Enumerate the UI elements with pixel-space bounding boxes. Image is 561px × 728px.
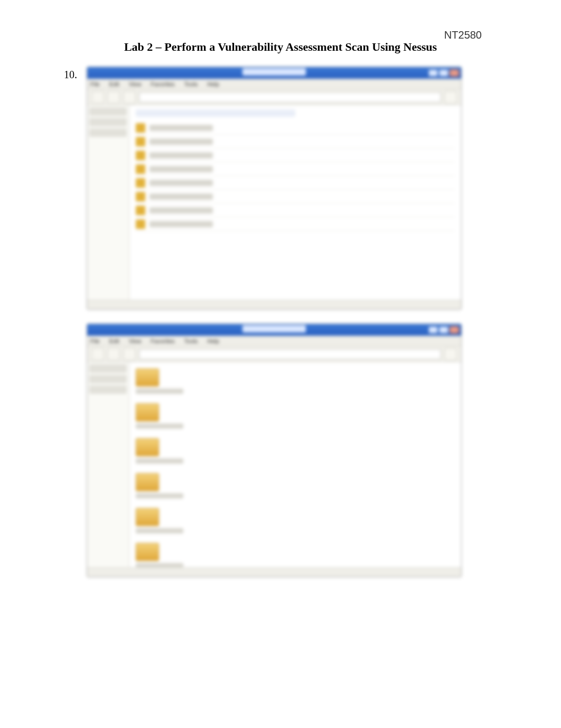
toolbar: [87, 89, 461, 105]
list-item[interactable]: [136, 135, 455, 149]
menu-item[interactable]: Favorites: [151, 81, 174, 87]
file-label: [149, 193, 213, 200]
minimize-button[interactable]: [428, 326, 438, 334]
list-item[interactable]: [136, 217, 455, 231]
screenshot-window-bottom: File Edit View Favorites Tools Help: [87, 324, 462, 577]
folder-item[interactable]: [136, 508, 455, 533]
toolbar: [87, 346, 461, 362]
tree-node[interactable]: [89, 118, 127, 126]
go-button[interactable]: [444, 348, 457, 361]
file-icon: [136, 192, 145, 201]
icon-grid: [136, 366, 455, 567]
menubar: File Edit View Favorites Tools Help: [87, 336, 461, 346]
close-button[interactable]: [450, 69, 459, 77]
step-number: 10.: [58, 67, 77, 81]
folder-label: [136, 423, 183, 429]
folder-label: [136, 389, 183, 394]
lab-title: Lab 2 – Perform a Vulnerability Assessme…: [32, 40, 529, 54]
titlebar-label: [242, 325, 306, 333]
folder-icon: [136, 543, 159, 561]
folder-item[interactable]: [136, 438, 455, 464]
menu-item[interactable]: Tools: [184, 338, 198, 344]
folder-tree[interactable]: [87, 362, 129, 567]
folder-icon: [136, 473, 159, 491]
document-page: NT2580 Lab 2 – Perform a Vulnerability A…: [0, 0, 561, 728]
course-code: NT2580: [444, 29, 482, 41]
titlebar: [87, 324, 461, 336]
folder-tree[interactable]: [87, 105, 129, 300]
up-button[interactable]: [123, 91, 136, 104]
close-button[interactable]: [450, 326, 459, 334]
tree-node[interactable]: [89, 364, 127, 373]
minimize-button[interactable]: [428, 69, 438, 77]
maximize-button[interactable]: [439, 69, 448, 77]
folder-icon: [136, 403, 159, 421]
icon-pane: [129, 362, 461, 567]
folder-label: [136, 458, 183, 464]
file-icon: [136, 164, 145, 174]
menu-item[interactable]: Edit: [109, 338, 119, 344]
file-label: [149, 180, 213, 186]
tree-node[interactable]: [89, 128, 127, 137]
status-bar: [87, 300, 461, 309]
folder-item[interactable]: [136, 543, 455, 567]
file-label: [149, 125, 213, 131]
folder-item[interactable]: [136, 403, 455, 429]
list-item[interactable]: [136, 176, 455, 190]
address-bar[interactable]: [139, 349, 441, 360]
step-block: 10. File Edit View Favorites Tools Help: [58, 67, 529, 577]
back-button[interactable]: [91, 91, 104, 104]
forward-button[interactable]: [107, 91, 120, 104]
menu-item[interactable]: Tools: [184, 81, 198, 87]
titlebar: [87, 67, 461, 79]
folder-icon: [136, 508, 159, 526]
menu-item[interactable]: Favorites: [151, 338, 174, 344]
folder-label: [136, 563, 183, 567]
file-label: [149, 139, 213, 145]
menu-item[interactable]: File: [90, 81, 100, 87]
list-item[interactable]: [136, 121, 455, 135]
folder-label: [136, 528, 183, 533]
menu-item[interactable]: View: [129, 338, 142, 344]
file-icon: [136, 206, 145, 215]
breadcrumb: [136, 109, 295, 117]
file-icon: [136, 137, 145, 146]
content-area: [87, 105, 461, 300]
content-area: [87, 362, 461, 567]
menu-item[interactable]: Help: [207, 81, 219, 87]
list-item[interactable]: [136, 162, 455, 176]
figures-container: File Edit View Favorites Tools Help: [87, 67, 462, 577]
list-item[interactable]: [136, 204, 455, 217]
file-label: [149, 221, 213, 227]
up-button[interactable]: [123, 348, 136, 361]
menu-item[interactable]: View: [129, 81, 142, 87]
menubar: File Edit View Favorites Tools Help: [87, 79, 461, 89]
screenshot-window-top: File Edit View Favorites Tools Help: [87, 67, 462, 310]
maximize-button[interactable]: [439, 326, 448, 334]
file-label: [149, 166, 213, 172]
titlebar-label: [242, 68, 306, 76]
menu-item[interactable]: Help: [207, 338, 219, 344]
tree-node[interactable]: [89, 375, 127, 383]
folder-icon: [136, 438, 159, 456]
list-item[interactable]: [136, 149, 455, 162]
forward-button[interactable]: [107, 348, 120, 361]
back-button[interactable]: [91, 348, 104, 361]
go-button[interactable]: [444, 91, 457, 104]
address-bar[interactable]: [139, 92, 441, 103]
folder-item[interactable]: [136, 473, 455, 499]
tree-node[interactable]: [89, 385, 127, 394]
folder-icon: [136, 368, 159, 386]
folder-item[interactable]: [136, 368, 455, 394]
file-icon: [136, 219, 145, 229]
file-label: [149, 152, 213, 159]
folder-label: [136, 493, 183, 499]
file-icon: [136, 178, 145, 188]
list-item[interactable]: [136, 190, 455, 204]
menu-item[interactable]: File: [90, 338, 100, 344]
menu-item[interactable]: Edit: [109, 81, 119, 87]
file-icon: [136, 123, 145, 133]
tree-node[interactable]: [89, 107, 127, 116]
list-pane: [129, 105, 461, 300]
file-icon: [136, 151, 145, 160]
